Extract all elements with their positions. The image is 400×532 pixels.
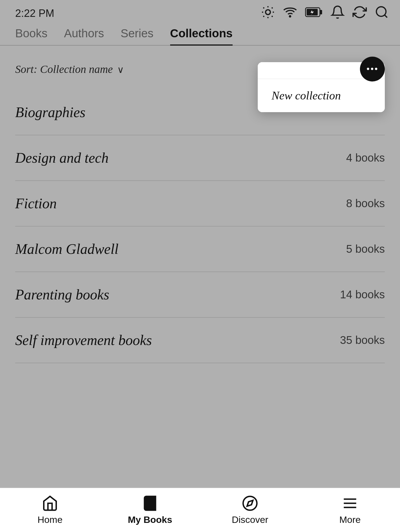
tab-authors[interactable]: Authors	[64, 27, 104, 45]
compass-icon	[242, 495, 258, 512]
home-icon	[42, 495, 58, 512]
collection-item-fiction[interactable]: Fiction 8 books	[15, 181, 385, 227]
new-collection-button[interactable]: New collection	[258, 79, 385, 112]
sort-text: Sort: Collection name	[15, 63, 113, 75]
collection-item-design[interactable]: Design and tech 4 books	[15, 135, 385, 181]
collection-count: 8 books	[346, 197, 385, 210]
bottom-nav: Home My Books Discover More	[0, 488, 400, 532]
tab-books[interactable]: Books	[15, 27, 48, 45]
bottom-nav-home[interactable]: Home	[0, 495, 100, 525]
sync-icon[interactable]	[352, 5, 367, 22]
collection-item-parenting[interactable]: Parenting books 14 books	[15, 272, 385, 318]
collection-item-self-improvement[interactable]: Self improvement books 35 books	[15, 318, 385, 363]
status-time: 2:22 PM	[15, 7, 54, 19]
bottom-nav-mybooks[interactable]: My Books	[100, 495, 200, 525]
more-label: More	[339, 514, 360, 525]
collection-name: Fiction	[15, 195, 57, 212]
status-icons	[261, 5, 389, 22]
collection-item-gladwell[interactable]: Malcom Gladwell 5 books	[15, 227, 385, 272]
mybooks-label: My Books	[128, 514, 172, 525]
collection-name: Biographies	[15, 104, 85, 120]
notification-icon[interactable]	[330, 5, 345, 22]
collection-name: Self improvement books	[15, 332, 152, 348]
books-icon	[142, 495, 158, 512]
collection-count: 5 books	[346, 243, 385, 255]
collection-name: Parenting books	[15, 286, 109, 303]
collection-count: 4 books	[346, 152, 385, 164]
collection-list: Biographies Design and tech 4 books Fict…	[15, 90, 385, 363]
collection-name: Malcom Gladwell	[15, 241, 119, 257]
tab-series[interactable]: Series	[120, 27, 153, 45]
status-bar: 2:22 PM	[0, 0, 400, 27]
ellipsis-icon: •••	[366, 63, 378, 75]
svg-point-9	[290, 16, 291, 17]
sort-bar: Sort: Collection name ∨ ••• New collecti…	[15, 46, 385, 90]
chevron-down-icon: ∨	[117, 65, 124, 75]
collection-name: Design and tech	[15, 150, 109, 166]
home-label: Home	[38, 514, 63, 525]
search-icon[interactable]	[375, 5, 389, 22]
menu-icon	[342, 495, 358, 512]
svg-point-13	[377, 7, 386, 17]
sort-label[interactable]: Sort: Collection name ∨	[15, 63, 124, 76]
tab-collections[interactable]: Collections	[170, 27, 233, 45]
svg-line-8	[272, 7, 273, 8]
collection-count: 14 books	[340, 288, 385, 301]
more-options-button[interactable]: •••	[360, 57, 385, 81]
wifi-icon	[283, 5, 297, 22]
bottom-nav-discover[interactable]: Discover	[200, 495, 300, 525]
svg-rect-11	[320, 10, 322, 14]
sort-right: ••• New collection	[360, 57, 385, 81]
svg-point-15	[243, 496, 257, 510]
svg-line-3	[263, 7, 264, 8]
discover-label: Discover	[232, 514, 268, 525]
svg-line-14	[385, 15, 387, 17]
collection-count: 35 books	[340, 334, 385, 346]
svg-line-7	[263, 16, 264, 17]
nav-tabs: Books Authors Series Collections	[0, 27, 400, 46]
svg-point-0	[265, 10, 270, 14]
svg-line-4	[272, 16, 273, 17]
bottom-nav-more[interactable]: More	[300, 495, 400, 525]
svg-marker-16	[247, 500, 253, 506]
content-area: Sort: Collection name ∨ ••• New collecti…	[0, 46, 400, 363]
battery-icon	[305, 5, 323, 22]
brightness-icon	[261, 5, 275, 22]
